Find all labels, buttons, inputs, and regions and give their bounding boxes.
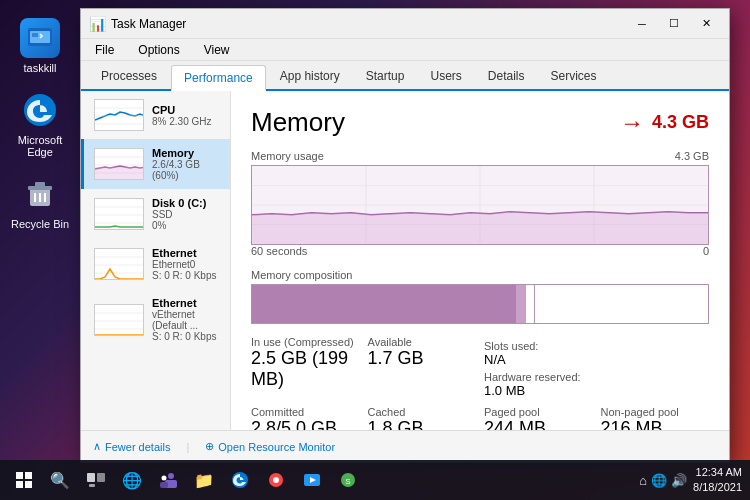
edge-taskbar-button[interactable]: 🌐 [116,464,148,496]
app6-taskbar-button[interactable] [296,464,328,496]
tab-performance[interactable]: Performance [171,65,266,91]
stat-nonpaged: Non-paged pool 216 MB [601,406,710,430]
start-button[interactable] [8,464,40,496]
svg-rect-43 [97,473,105,482]
recycle-icon [20,174,60,214]
ethernet1-sub: Ethernet0S: 0 R: 0 Kbps [152,259,220,281]
desktop-icon-taskkill[interactable]: taskkill [0,10,80,82]
ethernet2-name: Ethernet [152,297,220,309]
stat-slots: Slots used: N/A Hardware reserved: 1.0 M… [484,336,593,398]
cached-value: 1.8 GB [368,418,477,430]
fewer-details-link[interactable]: ∧ Fewer details [93,440,170,453]
disk-label: Disk 0 (C:) SSD0% [152,197,220,231]
slots-value: N/A [484,352,593,367]
svg-point-45 [168,473,174,479]
disk-sub: SSD0% [152,209,220,231]
sidebar-item-ethernet2[interactable]: Ethernet vEthernet (Default ...S: 0 R: 0… [81,289,230,350]
maximize-button[interactable]: ☐ [659,14,689,34]
tab-services[interactable]: Services [539,63,609,89]
composition-bar [252,285,708,323]
svg-rect-40 [16,481,23,488]
sidebar-item-disk[interactable]: Disk 0 (C:) SSD0% [81,189,230,239]
chevron-up-icon: ∧ [93,440,101,453]
svg-point-51 [273,477,279,483]
svg-rect-18 [95,167,144,180]
tray-icon-1: ⌂ [639,473,647,488]
svg-rect-48 [160,482,168,488]
files-taskbar-button[interactable]: 📁 [188,464,220,496]
svg-rect-6 [35,182,45,187]
ethernet1-name: Ethernet [152,247,220,259]
svg-rect-41 [25,481,32,488]
svg-rect-2 [32,33,38,37]
menu-bar: File Options View [81,39,729,61]
taskkill-label: taskkill [23,62,56,74]
sound-icon[interactable]: 🔊 [671,473,687,488]
sidebar-item-ethernet1[interactable]: Ethernet Ethernet0S: 0 R: 0 Kbps [81,239,230,289]
minimize-button[interactable]: ─ [627,14,657,34]
app7-taskbar-button[interactable]: S [332,464,364,496]
ethernet1-thumbnail [94,248,144,280]
open-resource-monitor-link[interactable]: ⊕ Open Resource Monitor [205,440,335,453]
edge2-taskbar-button[interactable] [224,464,256,496]
svg-rect-39 [25,472,32,479]
tab-startup[interactable]: Startup [354,63,417,89]
memory-total-display: → 4.3 GB [620,109,709,137]
footer: ∧ Fewer details | ⊕ Open Resource Monito… [81,430,729,462]
committed-value: 2.8/5.0 GB [251,418,360,430]
svg-rect-44 [89,484,95,487]
network-icon[interactable]: 🌐 [651,473,667,488]
svg-point-47 [162,476,167,481]
close-button[interactable]: ✕ [691,14,721,34]
task-manager-window: 📊 Task Manager ─ ☐ ✕ File Options View P… [80,8,730,463]
recycle-label: Recycle Bin [11,218,69,230]
teams-taskbar-button[interactable] [152,464,184,496]
stat-available: Available 1.7 GB [368,336,477,398]
tab-app-history[interactable]: App history [268,63,352,89]
taskkill-icon [20,18,60,58]
ethernet2-label: Ethernet vEthernet (Default ...S: 0 R: 0… [152,297,220,342]
chart-time-label: 60 seconds 0 [251,245,709,257]
tab-processes[interactable]: Processes [89,63,169,89]
svg-rect-42 [87,473,95,482]
ethernet2-thumbnail [94,304,144,336]
main-content: CPU 8% 2.30 GHz [81,91,729,430]
fewer-details-label: Fewer details [105,441,170,453]
committed-label: Committed [251,406,360,418]
hw-reserved-value: 1.0 MB [484,383,593,398]
memory-label: Memory 2.6/4.3 GB (60%) [152,147,220,181]
memory-composition-chart [251,284,709,324]
right-panel: Memory → 4.3 GB Memory usage 4.3 GB [231,91,729,430]
tab-details[interactable]: Details [476,63,537,89]
title-bar: 📊 Task Manager ─ ☐ ✕ [81,9,729,39]
cpu-name: CPU [152,104,220,116]
slots-label: Slots used: [484,340,593,352]
desktop-icon-edge[interactable]: Microsoft Edge [0,82,80,166]
sidebar-item-cpu[interactable]: CPU 8% 2.30 GHz [81,91,230,139]
task-view-button[interactable] [80,464,112,496]
tab-users[interactable]: Users [418,63,473,89]
taskbar-right: ⌂ 🌐 🔊 12:34 AM 8/18/2021 [639,465,742,496]
paged-value: 244 MB [484,418,593,430]
svg-rect-23 [95,249,144,280]
arrow-right-icon: → [620,109,644,137]
edge-icon [20,90,60,130]
menu-options[interactable]: Options [132,41,185,59]
svg-rect-19 [95,199,144,230]
menu-file[interactable]: File [89,41,120,59]
open-resource-label: Open Resource Monitor [218,441,335,453]
memory-name: Memory [152,147,220,159]
cpu-label: CPU 8% 2.30 GHz [152,104,220,127]
search-button[interactable]: 🔍 [44,464,76,496]
ethernet2-sub: vEthernet (Default ...S: 0 R: 0 Kbps [152,309,220,342]
menu-view[interactable]: View [198,41,236,59]
sidebar-item-memory[interactable]: Memory 2.6/4.3 GB (60%) [81,139,230,189]
clock[interactable]: 12:34 AM 8/18/2021 [693,465,742,496]
app5-taskbar-button[interactable] [260,464,292,496]
in-use-label: In use (Compressed) [251,336,360,348]
comp-modified [516,285,525,323]
comp-free [535,285,708,323]
comp-in-use [252,285,516,323]
chart-composition-label: Memory composition [251,269,709,281]
desktop-icon-recycle[interactable]: Recycle Bin [0,166,80,238]
